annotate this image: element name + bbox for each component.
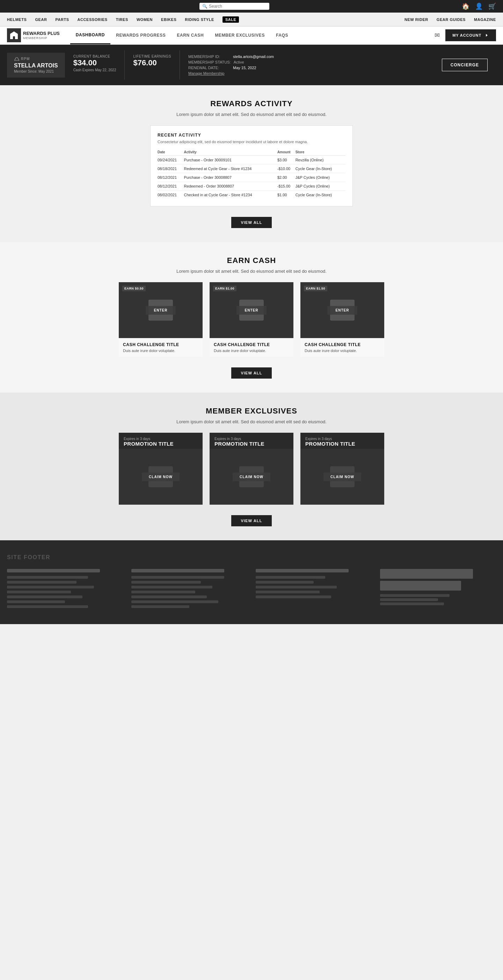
manage-membership-link[interactable]: Manage Membership bbox=[188, 71, 425, 75]
promo-expires: Expires in 3 days bbox=[124, 437, 198, 441]
cell-date: 08/12/2021 bbox=[158, 173, 184, 182]
nav-gear[interactable]: GEAR bbox=[35, 18, 47, 22]
cash-card-title: CASH CHALLENGE TITLE bbox=[305, 342, 380, 347]
my-account-button[interactable]: MY ACCOUNT bbox=[446, 29, 496, 41]
enter-button[interactable]: ENTER bbox=[146, 306, 176, 315]
activity-table-title: RECENT ACTIVITY bbox=[158, 133, 345, 138]
activity-view-all-button[interactable]: VIEW ALL bbox=[231, 217, 272, 228]
current-balance-label: CURRENT BALANCE bbox=[73, 54, 116, 58]
cell-activity: Redeemed at Cycle Gear - Store #1234 bbox=[184, 164, 277, 173]
cell-store: J&P Cycles (Online) bbox=[296, 182, 345, 191]
nav-parts[interactable]: PARTS bbox=[55, 18, 69, 22]
cash-card-badge: EARN $1.00 bbox=[213, 286, 237, 291]
cell-date: 08/12/2021 bbox=[158, 182, 184, 191]
nav-tires[interactable]: TIRES bbox=[116, 18, 128, 22]
current-balance-amount: $34.00 bbox=[73, 58, 116, 67]
cell-store: J&P Cycles (Online) bbox=[296, 173, 345, 182]
cash-card-title: CASH CHALLENGE TITLE bbox=[123, 342, 198, 347]
exclusives-view-all-button[interactable]: VIEW ALL bbox=[231, 515, 272, 526]
main-nav: HELMETS GEAR PARTS ACCESSORIES TIRES WOM… bbox=[0, 13, 503, 27]
cash-card-desc: Duis aute irure dolor voluptate. bbox=[305, 348, 380, 353]
cell-amount: -$15.00 bbox=[277, 182, 296, 191]
claim-now-button[interactable]: CLAIM NOW bbox=[232, 473, 271, 481]
search-input[interactable] bbox=[209, 4, 266, 9]
lifetime-earnings-amount: $76.00 bbox=[133, 58, 171, 67]
site-footer: SITE FOOTER bbox=[0, 540, 503, 624]
cell-amount: $3.00 bbox=[277, 156, 296, 164]
membership-status-value: Active bbox=[234, 60, 244, 64]
membership-id-value: stella.artois@gmail.com bbox=[233, 54, 274, 59]
promo-title: PROMOTION TITLE bbox=[305, 441, 379, 447]
concierge-button[interactable]: CONCIERGE bbox=[442, 59, 488, 71]
cell-activity: Purchase - Order 30009101 bbox=[184, 156, 277, 164]
cell-date: 09/24/2021 bbox=[158, 156, 184, 164]
nav-accessories[interactable]: ACCESSORIES bbox=[78, 18, 108, 22]
tab-earn-cash[interactable]: EARN CASH bbox=[171, 26, 209, 45]
table-row: 08/02/2021 Checked in at Cycle Gear - St… bbox=[158, 191, 345, 199]
footer-col-3 bbox=[256, 569, 372, 610]
tab-faqs[interactable]: FAQS bbox=[271, 26, 294, 45]
member-name: STELLA ARTOIS bbox=[14, 62, 58, 69]
membership-id-label: MEMBERSHIP ID: bbox=[188, 54, 230, 59]
cell-date: 08/02/2021 bbox=[158, 191, 184, 199]
rewards-activity-subtitle: Lorem ipsum dolor sit amet elit. Sed do … bbox=[7, 112, 496, 117]
nav-magazine[interactable]: MAGAZINE bbox=[474, 18, 496, 22]
user-icon[interactable]: 👤 bbox=[475, 2, 483, 10]
member-exclusives-title: MEMBER EXCLUSIVES bbox=[7, 407, 496, 415]
cash-card-title: CASH CHALLENGE TITLE bbox=[214, 342, 289, 347]
cart-icon[interactable]: 🛒 bbox=[488, 2, 496, 10]
col-store: Store bbox=[296, 149, 345, 156]
lifetime-earnings-label: LIFETIME EARNINGS bbox=[133, 54, 171, 58]
promo-card: Expires in 3 days PROMOTION TITLE CLAIM … bbox=[301, 433, 384, 505]
nav-sale[interactable]: SALE bbox=[223, 16, 239, 23]
enter-button[interactable]: ENTER bbox=[327, 306, 358, 315]
claim-now-button[interactable]: CLAIM NOW bbox=[142, 473, 180, 481]
col-date: Date bbox=[158, 149, 184, 156]
earn-cash-view-all-button[interactable]: VIEW ALL bbox=[231, 368, 272, 379]
cell-activity: Purchase - Order 30008807 bbox=[184, 173, 277, 182]
enter-button[interactable]: ENTER bbox=[237, 306, 267, 315]
search-bar[interactable]: 🔍 bbox=[199, 3, 269, 10]
promo-card: Expires in 3 days PROMOTION TITLE CLAIM … bbox=[119, 433, 202, 505]
member-exclusives-subtitle: Lorem ipsum dolor sit amet elit. Sed do … bbox=[7, 419, 496, 424]
activity-table-sub: Consectetur adipiscing elit, sed do eius… bbox=[158, 140, 345, 144]
table-row: 08/12/2021 Redeemed - Order 30008807 -$1… bbox=[158, 182, 345, 191]
envelope-icon[interactable]: ✉ bbox=[435, 32, 440, 39]
rewards-logo-sub: MEMBERSHIP bbox=[23, 36, 60, 40]
col-amount: Amount bbox=[277, 149, 296, 156]
tab-rewards-progress[interactable]: REWARDS PROGRESS bbox=[110, 26, 171, 45]
cash-card-desc: Duis aute irure dolor voluptate. bbox=[214, 348, 289, 353]
cash-card: EARN $1.50 ENTER CASH CHALLENGE TITLE Du… bbox=[301, 282, 384, 357]
cell-amount: $1.00 bbox=[277, 191, 296, 199]
table-row: 09/24/2021 Purchase - Order 30009101 $3.… bbox=[158, 156, 345, 164]
cell-activity: Checked in at Cycle Gear - Store #1234 bbox=[184, 191, 277, 199]
recent-activity-table: RECENT ACTIVITY Consectetur adipiscing e… bbox=[150, 126, 353, 207]
earn-cash-subtitle: Lorem ipsum dolor sit amet elit. Sed do … bbox=[7, 269, 496, 274]
tab-dashboard[interactable]: DASHBOARD bbox=[70, 26, 110, 45]
nav-gear-guides[interactable]: GEAR GUIDES bbox=[437, 18, 466, 22]
nav-riding-style[interactable]: RIDING STYLE bbox=[185, 18, 214, 22]
claim-now-button[interactable]: CLAIM NOW bbox=[323, 473, 361, 481]
nav-ebikes[interactable]: EBIKES bbox=[161, 18, 177, 22]
nav-women[interactable]: WOMEN bbox=[137, 18, 153, 22]
cash-card-desc: Duis aute irure dolor voluptate. bbox=[123, 348, 198, 353]
member-since: Member Since: May 2021 bbox=[14, 70, 58, 73]
cell-store: Revzilla (Online) bbox=[296, 156, 345, 164]
nav-helmets[interactable]: HELMETS bbox=[7, 18, 27, 22]
earn-cash-section: EARN CASH Lorem ipsum dolor sit amet eli… bbox=[0, 242, 503, 393]
footer-col-4 bbox=[380, 569, 496, 610]
table-row: 08/18/2021 Redeemed at Cycle Gear - Stor… bbox=[158, 164, 345, 173]
nav-new-rider[interactable]: NEW RIDER bbox=[404, 18, 428, 22]
promo-title: PROMOTION TITLE bbox=[124, 441, 198, 447]
cell-store: Cycle Gear (In-Store) bbox=[296, 164, 345, 173]
tab-member-exclusives[interactable]: MEMBER EXCLUSIVES bbox=[209, 26, 271, 45]
cell-amount: $2.00 bbox=[277, 173, 296, 182]
promo-card: Expires in 3 days PROMOTION TITLE CLAIM … bbox=[210, 433, 293, 505]
footer-title: SITE FOOTER bbox=[7, 554, 496, 560]
home-icon[interactable]: 🏠 bbox=[462, 2, 470, 10]
rewards-activity-section: REWARDS ACTIVITY Lorem ipsum dolor sit a… bbox=[0, 85, 503, 242]
rpm-label: RPM bbox=[14, 57, 58, 61]
search-icon: 🔍 bbox=[202, 4, 207, 9]
table-row: 08/12/2021 Purchase - Order 30008807 $2.… bbox=[158, 173, 345, 182]
promo-title: PROMOTION TITLE bbox=[215, 441, 288, 447]
